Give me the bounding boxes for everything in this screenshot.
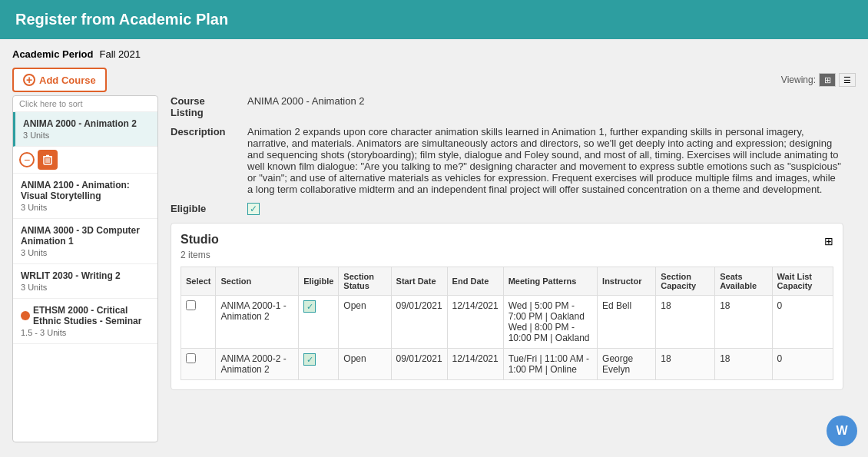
col-eligible: Eligible — [299, 267, 339, 296]
viewing-label: Viewing: — [781, 75, 816, 85]
cell-seats-0: 18 — [715, 296, 772, 349]
table-row: ANIMA 2000-2 - Animation 2 ✓ Open 09/01/… — [181, 349, 833, 380]
studio-section: Studio ⊞ 2 items Select Section Eligible… — [171, 223, 843, 390]
col-select: Select — [181, 267, 216, 296]
grid-view-button[interactable]: ⊞ — [819, 73, 836, 87]
detail-panel: Course Listing ANIMA 2000 - Animation 2 … — [158, 95, 856, 442]
page-header: Register from Academic Plan — [0, 0, 868, 39]
eligible-row: Eligible ✓ — [171, 203, 843, 215]
trash-icon — [43, 154, 52, 165]
footer: Register Cancel — [0, 452, 868, 457]
description-row: Description Animation 2 expands upon cor… — [171, 126, 843, 195]
table-row: ANIMA 2000-1 - Animation 2 ✓ Open 09/01/… — [181, 296, 833, 349]
sidebar-indicator-icon — [21, 311, 30, 320]
sidebar-item-anima-2000[interactable]: ANIMA 2000 - Animation 2 3 Units — [13, 112, 157, 147]
cell-patterns-1: Tue/Fri | 11:00 AM - 1:00 PM | Online — [503, 349, 597, 380]
sidebar-item-anima-2100[interactable]: ANIMA 2100 - Animation: Visual Storytell… — [13, 174, 157, 219]
main-content: Academic Period Fall 2021 + Add Course V… — [0, 39, 868, 452]
cell-status-0: Open — [339, 296, 391, 349]
delete-course-button[interactable] — [38, 150, 58, 170]
course-listing-value: ANIMA 2000 - Animation 2 — [247, 95, 843, 107]
toolbar-row: + Add Course Viewing: ⊞ ☰ — [12, 68, 856, 92]
add-course-label: Add Course — [39, 75, 96, 86]
cell-waitlist-0: 0 — [772, 296, 833, 349]
course-sidebar: Click here to sort ANIMA 2000 - Animatio… — [12, 95, 158, 442]
col-seats-available: Seats Available — [715, 267, 772, 296]
academic-period-value: Fall 2021 — [100, 48, 141, 60]
sidebar-item-wrlit-2030[interactable]: WRLIT 2030 - Writing 2 3 Units — [13, 264, 157, 299]
sidebar-item-ethsm-2000[interactable]: ETHSM 2000 - Critical Ethnic Studies - S… — [13, 299, 157, 344]
cell-eligible-1: ✓ — [299, 349, 339, 380]
eligible-checkbox: ✓ — [247, 203, 260, 215]
cell-start-1: 09/01/2021 — [391, 349, 447, 380]
workday-logo: W — [827, 416, 857, 446]
select-checkbox-1[interactable] — [186, 353, 196, 363]
sidebar-course-units-2: 3 Units — [21, 248, 150, 257]
sort-hint: Click here to sort — [13, 96, 157, 112]
col-wait-list-capacity: Wait List Capacity — [772, 267, 833, 296]
cell-end-0: 12/14/2021 — [447, 296, 503, 349]
cell-status-1: Open — [339, 349, 391, 380]
col-instructor: Instructor — [598, 267, 656, 296]
viewing-controls: Viewing: ⊞ ☰ — [781, 73, 856, 87]
eligible-label: Eligible — [171, 203, 240, 214]
cell-seats-1: 18 — [715, 349, 772, 380]
course-listing-label: Course Listing — [171, 95, 240, 118]
cell-end-1: 12/14/2021 — [447, 349, 503, 380]
academic-period-row: Academic Period Fall 2021 — [12, 48, 856, 60]
studio-settings-icon[interactable]: ⊞ — [824, 235, 833, 247]
page-title: Register from Academic Plan — [15, 11, 228, 28]
cell-section-0: ANIMA 2000-1 - Animation 2 — [216, 296, 299, 349]
sidebar-course-name-2: ANIMA 3000 - 3D Computer Animation 1 — [21, 225, 150, 247]
sidebar-course-name-3: WRLIT 2030 - Writing 2 — [21, 270, 150, 281]
col-section: Section — [216, 267, 299, 296]
description-value: Animation 2 expands upon core character … — [247, 126, 843, 195]
col-end-date: End Date — [447, 267, 503, 296]
remove-course-button[interactable]: − — [19, 152, 35, 167]
col-meeting-patterns: Meeting Patterns — [503, 267, 597, 296]
studio-table: Select Section Eligible Section Status S… — [181, 267, 833, 380]
col-start-date: Start Date — [391, 267, 447, 296]
sidebar-item-actions: − — [13, 147, 157, 174]
col-section-status: Section Status — [339, 267, 391, 296]
sidebar-course-units-1: 3 Units — [21, 203, 150, 212]
cell-patterns-0: Wed | 5:00 PM - 7:00 PM | OaklandWed | 8… — [503, 296, 597, 349]
plus-icon: + — [23, 74, 35, 86]
list-view-button[interactable]: ☰ — [839, 73, 856, 87]
sidebar-course-units-4: 1.5 - 3 Units — [21, 328, 150, 337]
sidebar-course-units-3: 3 Units — [21, 283, 150, 292]
sidebar-course-name-0: ANIMA 2000 - Animation 2 — [23, 118, 150, 129]
cell-instructor-0: Ed Bell — [598, 296, 656, 349]
cell-waitlist-1: 0 — [772, 349, 833, 380]
select-checkbox-0[interactable] — [186, 300, 196, 310]
sidebar-course-units-0: 3 Units — [23, 131, 150, 140]
col-section-capacity: Section Capacity — [656, 267, 715, 296]
academic-period-label: Academic Period — [12, 48, 94, 60]
sidebar-item-anima-3000[interactable]: ANIMA 3000 - 3D Computer Animation 1 3 U… — [13, 219, 157, 264]
cell-start-0: 09/01/2021 — [391, 296, 447, 349]
cell-capacity-0: 18 — [656, 296, 715, 349]
cell-instructor-1: George Evelyn — [598, 349, 656, 380]
studio-count: 2 items — [181, 250, 833, 260]
studio-title: Studio — [181, 233, 219, 247]
sidebar-course-name-4: ETHSM 2000 - Critical Ethnic Studies - S… — [33, 305, 150, 326]
course-listing-row: Course Listing ANIMA 2000 - Animation 2 — [171, 95, 843, 118]
cell-section-1: ANIMA 2000-2 - Animation 2 — [216, 349, 299, 380]
description-label: Description — [171, 126, 240, 137]
cell-capacity-1: 18 — [656, 349, 715, 380]
cell-eligible-0: ✓ — [299, 296, 339, 349]
sidebar-course-name-1: ANIMA 2100 - Animation: Visual Storytell… — [21, 180, 150, 201]
add-course-button[interactable]: + Add Course — [12, 68, 107, 92]
body-row: Click here to sort ANIMA 2000 - Animatio… — [12, 95, 856, 442]
